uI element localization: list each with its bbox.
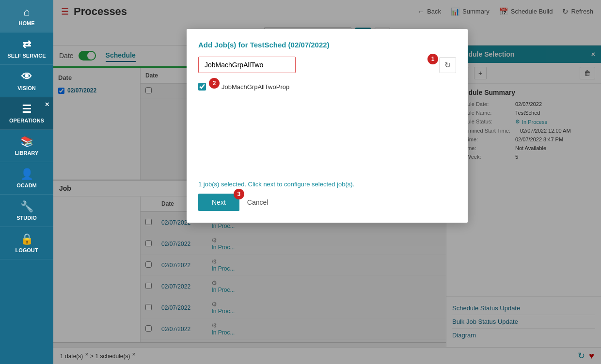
step1-badge: 1 <box>427 54 438 64</box>
job-checkbox-label: JobMachGrpAllTwoProp <box>221 83 289 91</box>
sidebar: ⌂ HOME ⇄ SELF SERVICE 👁 VISION ✕ ☰ OPERA… <box>0 0 53 364</box>
ocadm-icon: 👤 <box>20 168 33 181</box>
selfservice-icon: ⇄ <box>22 38 31 51</box>
modal-refresh-button[interactable]: ↻ <box>439 57 456 73</box>
operations-icon: ☰ <box>22 103 32 116</box>
vision-icon: 👁 <box>21 71 32 83</box>
library-icon: 📚 <box>20 136 33 148</box>
modal-overlay: Add Job(s) for TestSched (02/07/2022) 1 … <box>53 0 601 364</box>
sidebar-item-library[interactable]: 📚 LIBRARY <box>0 130 53 162</box>
home-icon: ⌂ <box>23 6 30 18</box>
sidebar-item-operations[interactable]: ✕ ☰ OPERATIONS <box>0 97 53 130</box>
next-button[interactable]: Next 3 <box>198 194 239 211</box>
sidebar-item-selfservice[interactable]: ⇄ SELF SERVICE <box>0 32 53 65</box>
modal-search-input[interactable] <box>198 57 296 73</box>
modal-search-row: 1 ↻ <box>198 57 456 73</box>
sidebar-item-label: LOGOUT <box>15 247 38 253</box>
step2-badge: 2 <box>209 78 220 89</box>
sidebar-item-label: SELF SERVICE <box>7 53 46 59</box>
sidebar-item-studio[interactable]: 🔧 STUDIO <box>0 195 53 227</box>
modal-checkbox-item: 2 JobMachGrpAllTwoProp <box>198 80 456 93</box>
sidebar-item-label: HOME <box>19 20 35 26</box>
job-checkbox[interactable] <box>198 83 206 91</box>
sidebar-item-label: OPERATIONS <box>9 118 44 123</box>
step3-badge: 3 <box>234 189 244 199</box>
sidebar-item-ocadm[interactable]: 👤 OCADM <box>0 162 53 195</box>
sidebar-item-home[interactable]: ⌂ HOME <box>0 0 53 32</box>
close-badge[interactable]: ✕ <box>45 101 49 108</box>
sidebar-item-vision[interactable]: 👁 VISION <box>0 65 53 97</box>
modal-title: Add Job(s) for TestSched (02/07/2022) <box>198 41 456 49</box>
sidebar-item-label: LIBRARY <box>15 150 38 156</box>
modal-info-text: 1 job(s) selected. Click next to configu… <box>198 181 456 188</box>
logout-icon: 🔒 <box>20 233 33 245</box>
sidebar-item-label: VISION <box>17 85 35 91</box>
sidebar-item-label: STUDIO <box>16 215 37 221</box>
cancel-button[interactable]: Cancel <box>243 194 272 211</box>
modal-dialog: Add Job(s) for TestSched (02/07/2022) 1 … <box>187 29 468 223</box>
modal-buttons: Next 3 Cancel <box>198 194 456 211</box>
modal-search-wrapper: 1 <box>198 57 435 73</box>
sidebar-item-label: OCADM <box>16 182 37 188</box>
studio-icon: 🔧 <box>20 200 33 213</box>
next-label: Next <box>212 198 226 206</box>
sidebar-item-logout[interactable]: 🔒 LOGOUT <box>0 227 53 259</box>
